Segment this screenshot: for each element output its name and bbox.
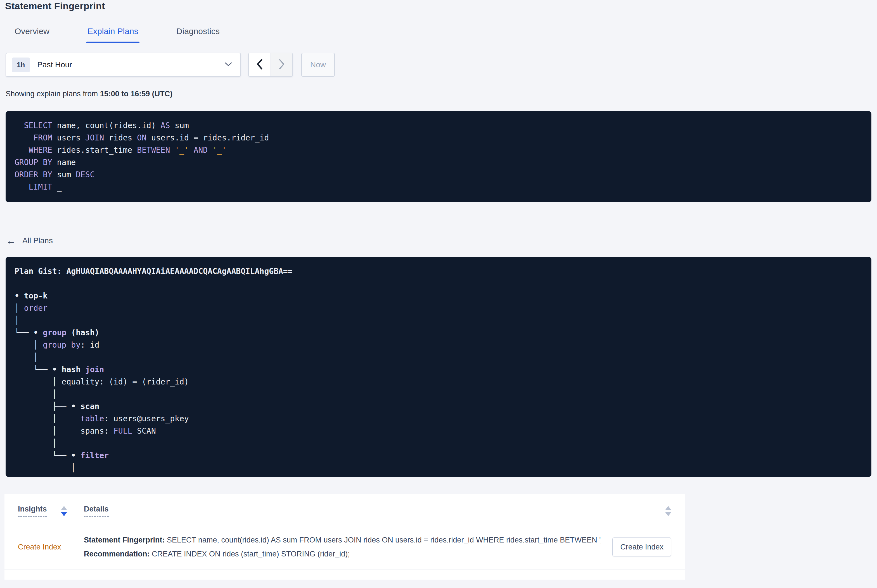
insight-type-link[interactable]: Create Index bbox=[18, 543, 61, 551]
time-range-select[interactable]: 1h Past Hour bbox=[6, 53, 241, 77]
tab-overview[interactable]: Overview bbox=[14, 27, 51, 43]
chevron-left-icon bbox=[256, 58, 263, 71]
back-arrow-icon: ← bbox=[6, 237, 16, 244]
plan-gist-block: Plan Gist: AgHUAQIABQAAAAHYAQIAiAEAAAADC… bbox=[6, 257, 871, 477]
table-footer-spacer bbox=[5, 570, 685, 580]
next-time-button[interactable] bbox=[271, 53, 292, 76]
create-index-button[interactable]: Create Index bbox=[612, 537, 671, 556]
tab-diagnostics[interactable]: Diagnostics bbox=[175, 27, 221, 43]
sql-statement-block: SELECT name, count(rides.id) AS sum FROM… bbox=[6, 111, 871, 202]
sort-down-icon bbox=[665, 512, 671, 516]
sort-down-icon bbox=[61, 512, 67, 516]
insights-column-header: Insights bbox=[18, 505, 84, 524]
all-plans-label: All Plans bbox=[23, 236, 53, 245]
time-nav-group bbox=[248, 53, 293, 77]
page-title: Statement Fingerprint bbox=[0, 0, 877, 12]
insight-details-cell: Statement Fingerprint: SELECT name, coun… bbox=[84, 533, 612, 561]
chevron-right-icon bbox=[278, 58, 285, 71]
showing-range-text: Showing explain plans from 15:00 to 16:5… bbox=[6, 90, 877, 98]
chevron-down-icon bbox=[224, 62, 233, 68]
insights-sort-icon[interactable] bbox=[61, 506, 67, 516]
insights-table-header: Insights Details bbox=[5, 494, 685, 524]
sort-up-icon bbox=[61, 506, 67, 510]
insight-type-cell: Create Index bbox=[18, 543, 84, 551]
time-range-value: 15:00 to 16:59 (UTC) bbox=[100, 90, 173, 98]
time-range-badge: 1h bbox=[12, 57, 30, 72]
recommendation-line: Recommendation: CREATE INDEX ON rides (s… bbox=[84, 547, 601, 561]
sort-up-icon bbox=[665, 506, 671, 510]
insights-column-label[interactable]: Insights bbox=[18, 505, 47, 517]
now-button[interactable]: Now bbox=[301, 53, 335, 77]
tab-explain-plans[interactable]: Explain Plans bbox=[86, 27, 140, 43]
details-sort-icon[interactable] bbox=[665, 506, 671, 516]
tab-bar: Overview Explain Plans Diagnostics bbox=[0, 27, 877, 43]
insights-table-card: Insights Details Create Index St bbox=[5, 494, 685, 580]
previous-time-button[interactable] bbox=[249, 53, 271, 76]
statement-fingerprint-line: Statement Fingerprint: SELECT name, coun… bbox=[84, 533, 601, 547]
time-picker-row: 1h Past Hour Now bbox=[6, 53, 877, 77]
details-column-label[interactable]: Details bbox=[84, 505, 109, 517]
details-column-header: Details bbox=[84, 505, 671, 524]
all-plans-link[interactable]: ← All Plans bbox=[6, 236, 53, 245]
table-row: Create Index Statement Fingerprint: SELE… bbox=[5, 524, 685, 570]
statement-fingerprint-page: Statement Fingerprint Overview Explain P… bbox=[0, 0, 877, 588]
time-range-label: Past Hour bbox=[37, 60, 224, 69]
